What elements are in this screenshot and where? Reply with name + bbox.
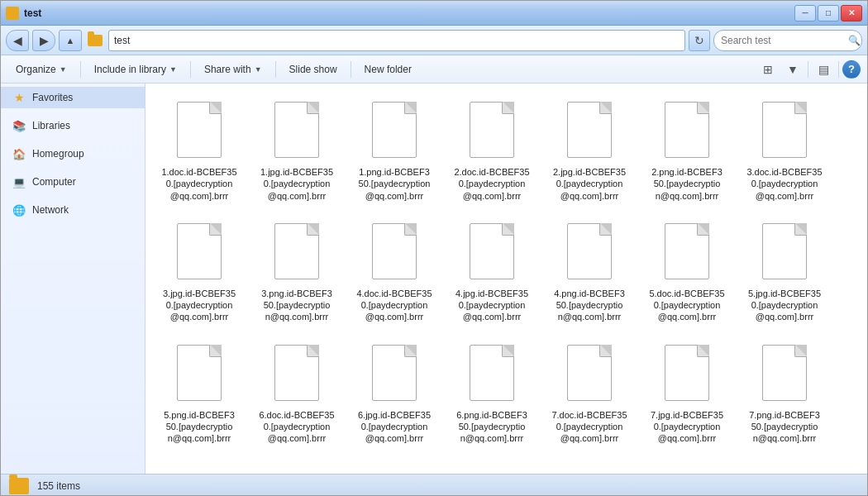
file-item[interactable]: 6.doc.id-BCBEF35 0.[paydecryption @qq.co…	[251, 335, 342, 450]
sidebar-item-computer[interactable]: Computer	[1, 171, 145, 193]
view-dropdown-button[interactable]: ▼	[781, 59, 804, 80]
file-name: 6.jpg.id-BCBEF35 0.[paydecryption @qq.co…	[358, 409, 431, 445]
file-icon	[758, 97, 811, 163]
file-name: 6.png.id-BCBEF3 50.[paydecryptio n@qq.co…	[456, 409, 527, 445]
file-item[interactable]: 1.jpg.id-BCBEF35 0.[paydecryption @qq.co…	[251, 92, 342, 207]
file-item[interactable]: 6.jpg.id-BCBEF35 0.[paydecryption @qq.co…	[349, 335, 440, 450]
organize-label: Organize	[16, 64, 56, 75]
file-name: 2.doc.id-BCBEF35 0.[paydecryption @qq.co…	[454, 166, 529, 202]
file-icon	[465, 218, 518, 284]
help-button[interactable]: ?	[842, 60, 861, 79]
file-item[interactable]: 5.png.id-BCBEF3 50.[paydecryptio n@qq.co…	[154, 335, 245, 450]
sidebar: Favorites Libraries Homegroup Computer	[1, 83, 145, 474]
share-with-chevron: ▼	[255, 65, 262, 74]
sidebar-label-computer: Computer	[32, 176, 76, 188]
file-area[interactable]: 1.doc.id-BCBEF35 0.[paydecryption @qq.co…	[145, 83, 867, 474]
new-folder-label: New folder	[365, 64, 412, 75]
file-item[interactable]: 4.png.id-BCBEF3 50.[paydecryptio n@qq.co…	[544, 213, 635, 328]
organize-button[interactable]: Organize ▼	[7, 59, 75, 80]
file-name: 5.doc.id-BCBEF35 0.[paydecryption @qq.co…	[649, 288, 724, 323]
minimize-button[interactable]: ─	[794, 5, 816, 21]
file-name: 3.doc.id-BCBEF35 0.[paydecryption @qq.co…	[746, 166, 822, 202]
file-icon	[661, 218, 713, 284]
homegroup-icon	[11, 147, 27, 160]
forward-button[interactable]: ▶	[32, 30, 55, 51]
file-icon	[563, 340, 616, 406]
file-name: 1.png.id-BCBEF3 50.[paydecryption @qq.co…	[359, 166, 431, 202]
sidebar-label-homegroup: Homegroup	[32, 148, 84, 160]
file-icon	[173, 340, 226, 406]
file-name: 1.doc.id-BCBEF35 0.[paydecryption @qq.co…	[161, 166, 236, 202]
include-lib-chevron: ▼	[169, 65, 177, 74]
file-item[interactable]: 6.png.id-BCBEF3 50.[paydecryptio n@qq.co…	[446, 335, 537, 450]
sidebar-item-favorites[interactable]: Favorites	[1, 87, 145, 108]
file-item[interactable]: 7.jpg.id-BCBEF35 0.[paydecryption @qq.co…	[641, 335, 732, 450]
preview-pane-button[interactable]: ▤	[812, 59, 835, 80]
include-library-button[interactable]: Include in library ▼	[86, 59, 185, 80]
file-name: 4.png.id-BCBEF3 50.[paydecryptio n@qq.co…	[554, 288, 625, 323]
maximize-button[interactable]: □	[818, 5, 839, 21]
toolbar-separator-4	[351, 61, 351, 78]
file-icon	[563, 218, 616, 284]
back-button[interactable]: ◀	[6, 30, 29, 51]
file-item[interactable]: 2.jpg.id-BCBEF35 0.[paydecryption @qq.co…	[544, 92, 635, 207]
file-name: 4.jpg.id-BCBEF35 0.[paydecryption @qq.co…	[455, 288, 528, 323]
computer-icon	[11, 175, 27, 188]
toolbar-separator-3	[275, 61, 276, 78]
file-item[interactable]: 5.doc.id-BCBEF35 0.[paydecryption @qq.co…	[641, 213, 732, 328]
new-folder-button[interactable]: New folder	[356, 59, 420, 80]
sidebar-item-homegroup[interactable]: Homegroup	[1, 143, 145, 165]
main-layout: Favorites Libraries Homegroup Computer	[1, 83, 867, 474]
folder-title-icon	[6, 7, 19, 20]
window-controls: ─ □ ✕	[794, 5, 862, 21]
file-name: 5.png.id-BCBEF3 50.[paydecryptio n@qq.co…	[164, 409, 235, 445]
file-name: 4.doc.id-BCBEF35 0.[paydecryption @qq.co…	[356, 288, 432, 323]
sidebar-item-libraries[interactable]: Libraries	[1, 115, 145, 136]
file-icon	[758, 218, 811, 284]
file-grid: 1.doc.id-BCBEF35 0.[paydecryption @qq.co…	[154, 92, 859, 450]
search-icon: 🔍	[848, 35, 861, 46]
sidebar-item-network[interactable]: Network	[1, 199, 145, 221]
close-button[interactable]: ✕	[841, 5, 862, 21]
file-item[interactable]: 3.jpg.id-BCBEF35 0.[paydecryption @qq.co…	[154, 213, 245, 328]
status-folder-icon	[9, 478, 29, 494]
file-item[interactable]: 4.jpg.id-BCBEF35 0.[paydecryption @qq.co…	[446, 213, 537, 328]
sidebar-section-favorites: Favorites	[1, 83, 145, 112]
file-name: 5.jpg.id-BCBEF35 0.[paydecryption @qq.co…	[748, 288, 821, 323]
help-separator	[838, 61, 839, 78]
status-count: 155 items	[37, 480, 80, 492]
file-icon	[173, 97, 226, 163]
share-with-label: Share with	[204, 64, 251, 75]
slideshow-label: Slide show	[289, 64, 337, 75]
file-name: 7.doc.id-BCBEF35 0.[paydecryption @qq.co…	[551, 409, 627, 445]
view-separator	[808, 61, 808, 78]
file-item[interactable]: 3.png.id-BCBEF3 50.[paydecryptio n@qq.co…	[251, 213, 342, 328]
file-item[interactable]: 7.png.id-BCBEF3 50.[paydecryptio n@qq.co…	[739, 335, 830, 450]
file-item[interactable]: 5.jpg.id-BCBEF35 0.[paydecryption @qq.co…	[739, 213, 830, 328]
file-item[interactable]: 1.doc.id-BCBEF35 0.[paydecryption @qq.co…	[154, 92, 245, 207]
search-input[interactable]	[721, 35, 845, 46]
toolbar-separator-2	[190, 61, 191, 78]
include-lib-label: Include in library	[94, 64, 166, 75]
file-item[interactable]: 3.doc.id-BCBEF35 0.[paydecryption @qq.co…	[739, 92, 830, 207]
sidebar-section-network: Network	[1, 196, 145, 224]
status-bar: 155 items	[1, 474, 867, 496]
search-box: 🔍	[713, 30, 862, 51]
refresh-button[interactable]: ↻	[689, 30, 710, 51]
file-item[interactable]: 1.png.id-BCBEF3 50.[paydecryption @qq.co…	[349, 92, 440, 207]
path-folder-icon	[87, 34, 103, 47]
title-bar: test ─ □ ✕	[1, 1, 867, 26]
up-button[interactable]: ▲	[59, 30, 82, 51]
view-toggle-button[interactable]: ⊞	[756, 59, 780, 80]
file-item[interactable]: 2.png.id-BCBEF3 50.[paydecryptio n@qq.co…	[641, 92, 732, 207]
address-path[interactable]: test	[108, 30, 685, 51]
file-item[interactable]: 7.doc.id-BCBEF35 0.[paydecryption @qq.co…	[544, 335, 635, 450]
file-item[interactable]: 4.doc.id-BCBEF35 0.[paydecryption @qq.co…	[349, 213, 440, 328]
file-icon	[368, 97, 421, 163]
window-title: test	[24, 7, 41, 19]
share-with-button[interactable]: Share with ▼	[196, 59, 270, 80]
file-icon	[465, 97, 518, 163]
file-item[interactable]: 2.doc.id-BCBEF35 0.[paydecryption @qq.co…	[446, 92, 537, 207]
file-icon	[270, 218, 323, 284]
slideshow-button[interactable]: Slide show	[281, 59, 346, 80]
